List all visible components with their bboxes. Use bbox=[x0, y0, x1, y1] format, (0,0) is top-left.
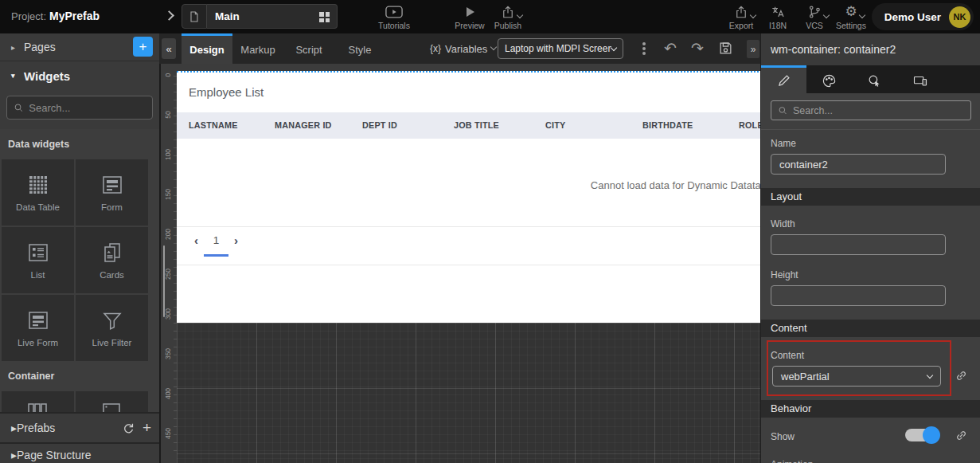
collapse-sidebar-button[interactable]: « bbox=[162, 38, 176, 59]
chevron-right-icon[interactable] bbox=[164, 10, 174, 21]
redo-button[interactable]: ↷ bbox=[691, 38, 704, 59]
bind-link-icon[interactable] bbox=[955, 369, 968, 383]
pagination-page-number[interactable]: 1 bbox=[204, 234, 228, 246]
property-search[interactable] bbox=[771, 100, 971, 120]
search-icon bbox=[14, 102, 23, 113]
divider bbox=[761, 129, 980, 130]
property-search-input[interactable] bbox=[793, 104, 964, 116]
tab-markup[interactable]: Markup bbox=[232, 33, 283, 64]
sidebar-section-pages[interactable]: ▸ Pages + bbox=[0, 33, 159, 61]
refresh-icon[interactable] bbox=[122, 422, 135, 435]
divider bbox=[177, 226, 762, 227]
column-job-title[interactable]: JOB TITLE bbox=[454, 112, 499, 139]
tab-events[interactable] bbox=[852, 65, 897, 93]
sidebar-section-prefabs[interactable]: ▸ Prefabs + bbox=[0, 414, 159, 442]
divider bbox=[177, 265, 762, 265]
widget-tile-clipped-container[interactable] bbox=[76, 391, 148, 413]
widget-tile-form[interactable]: Form bbox=[76, 159, 148, 226]
name-field[interactable] bbox=[771, 154, 946, 175]
export-label: Export bbox=[729, 21, 753, 30]
avatar: NK bbox=[949, 6, 970, 28]
sidebar-section-widgets[interactable]: ▾ Widgets bbox=[0, 61, 159, 90]
divider bbox=[0, 442, 159, 444]
column-role[interactable]: ROLE bbox=[739, 112, 762, 139]
undo-button[interactable]: ↶ bbox=[664, 38, 677, 59]
publish-icon bbox=[501, 4, 515, 19]
content-select[interactable]: webPartial bbox=[772, 366, 941, 386]
height-field[interactable] bbox=[771, 285, 946, 306]
grid-icon[interactable] bbox=[319, 12, 330, 22]
add-page-button[interactable]: + bbox=[133, 37, 153, 57]
widget-tile-list[interactable]: List bbox=[2, 227, 74, 293]
add-prefab-button[interactable]: + bbox=[143, 419, 151, 437]
device-selector[interactable]: Laptop with MDPI Screen bbox=[498, 38, 623, 59]
chevron-down-icon bbox=[611, 44, 617, 50]
bind-link-icon[interactable] bbox=[955, 429, 968, 442]
canvas-grid-background[interactable] bbox=[177, 323, 762, 463]
pagination-prev-button[interactable]: ‹ bbox=[194, 233, 198, 247]
datatable-header-row[interactable]: LASTNAME MANAGER ID DEPT ID JOB TITLE CI… bbox=[177, 112, 762, 139]
column-birthdate[interactable]: BIRTHDATE bbox=[642, 112, 693, 139]
settings-button[interactable]: ⚙ Settings bbox=[829, 4, 873, 30]
user-name: Demo User bbox=[884, 11, 941, 23]
widget-tile-live-form[interactable]: Live Form bbox=[2, 295, 74, 361]
expand-panel-button[interactable]: » bbox=[747, 40, 759, 58]
section-behavior[interactable]: Behavior bbox=[761, 400, 980, 418]
column-city[interactable]: CITY bbox=[545, 112, 565, 139]
cards-icon bbox=[100, 241, 124, 265]
active-page-tab[interactable]: Main bbox=[207, 4, 338, 29]
widget-tile-data-table[interactable]: Data Table bbox=[2, 159, 74, 226]
search-icon bbox=[778, 105, 787, 116]
width-field[interactable] bbox=[771, 234, 946, 255]
live-form-icon bbox=[26, 308, 50, 332]
tab-properties[interactable] bbox=[761, 65, 806, 93]
youtube-icon bbox=[385, 4, 403, 19]
column-lastname[interactable]: LASTNAME bbox=[189, 112, 238, 139]
page-preview[interactable]: Employee List LASTNAME MANAGER ID DEPT I… bbox=[177, 71, 762, 323]
branch-icon bbox=[807, 4, 822, 19]
publish-label: Publish bbox=[494, 21, 521, 30]
editor-tabs: Design Markup Script Style bbox=[182, 33, 385, 64]
data-widgets-grid: Data Table Form List Cards Live Form bbox=[0, 159, 159, 361]
widget-tile-cards[interactable]: Cards bbox=[76, 227, 148, 293]
preview-label: Preview bbox=[455, 21, 484, 30]
widget-tile-clipped-columns[interactable] bbox=[2, 391, 74, 413]
widget-search[interactable] bbox=[6, 96, 153, 120]
tab-devices[interactable] bbox=[897, 65, 943, 93]
variables-label: Variables bbox=[445, 43, 487, 55]
tab-script[interactable]: Script bbox=[283, 33, 334, 64]
pagination-next-button[interactable]: › bbox=[234, 233, 238, 247]
variables-button[interactable]: {x} Variables bbox=[430, 33, 496, 64]
page-doc-button[interactable] bbox=[182, 4, 207, 29]
canvas-scrollbar[interactable] bbox=[163, 245, 165, 317]
translate-icon bbox=[770, 4, 786, 19]
animation-field-label: Animation bbox=[771, 459, 813, 463]
list-icon bbox=[26, 241, 50, 265]
publish-button[interactable]: Publish bbox=[486, 4, 530, 30]
show-toggle[interactable] bbox=[905, 429, 939, 441]
page-tab-label: Main bbox=[215, 10, 240, 22]
tutorials-button[interactable]: Tutorials bbox=[372, 4, 416, 30]
tab-design[interactable]: Design bbox=[182, 33, 232, 64]
column-manager-id[interactable]: MANAGER ID bbox=[275, 112, 332, 139]
studio-app: Project:MyPrefab Main Tutorials Preview … bbox=[0, 0, 980, 463]
widget-tile-live-filter[interactable]: Live Filter bbox=[76, 295, 148, 361]
section-layout[interactable]: Layout bbox=[761, 188, 980, 206]
tab-style[interactable]: Style bbox=[334, 33, 385, 64]
datatable-title[interactable]: Employee List bbox=[189, 85, 264, 99]
topbar: Project:MyPrefab Main Tutorials Preview … bbox=[0, 0, 980, 33]
tab-styles[interactable] bbox=[806, 65, 852, 93]
export-icon bbox=[734, 4, 748, 19]
kebab-menu-icon[interactable] bbox=[640, 41, 648, 57]
vcs-label: VCS bbox=[806, 21, 823, 30]
project-name: Project:MyPrefab bbox=[11, 10, 100, 22]
ruler-tick: 100 bbox=[164, 146, 172, 163]
column-dept-id[interactable]: DEPT ID bbox=[362, 112, 397, 139]
widget-search-input[interactable] bbox=[29, 102, 146, 114]
user-menu[interactable]: Demo User NK bbox=[872, 3, 974, 30]
sidebar-section-page-structure[interactable]: ▸ Page Structure bbox=[0, 445, 159, 463]
section-content[interactable]: Content bbox=[761, 320, 980, 337]
i18n-label: I18N bbox=[769, 21, 787, 30]
name-field-label: Name bbox=[771, 138, 796, 149]
save-button[interactable] bbox=[718, 41, 733, 56]
